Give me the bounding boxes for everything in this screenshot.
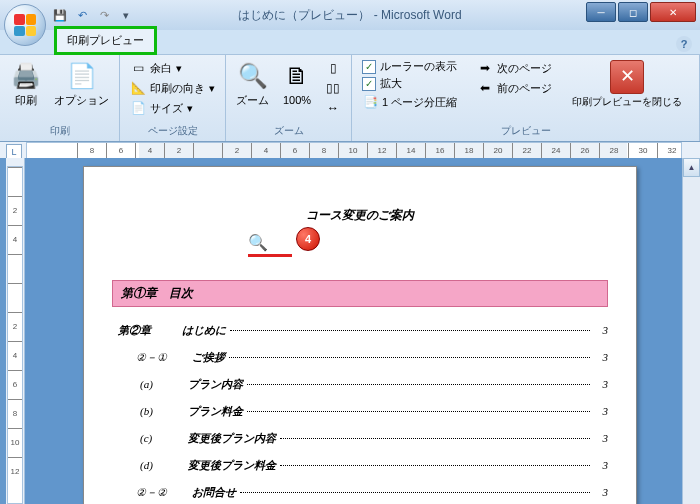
toc-row: 第②章はじめに3 [112, 317, 608, 344]
ribbon: 🖨️ 印刷 📄 オプション 印刷 ▭余白 ▾ 📐印刷の向き ▾ 📄サイズ ▾ ペ… [0, 54, 700, 142]
window-title: はじめに（プレビュー） - Microsoft Word [238, 7, 461, 24]
zoom-100-button[interactable]: 🗎 100% [277, 58, 317, 109]
page-width-button[interactable]: ↔ [321, 98, 345, 118]
maximize-button[interactable]: ◻ [618, 2, 648, 22]
toc-row: ②－①ご挨拶3 [112, 344, 608, 371]
app-window: 💾 ↶ ↷ ▾ はじめに（プレビュー） - Microsoft Word ─ ◻… [0, 0, 700, 504]
close-preview-button[interactable]: ✕ 印刷プレビューを閉じる [568, 58, 686, 110]
toc-row: (b)プラン料金3 [112, 398, 608, 425]
callout: 🔍 4 [248, 233, 292, 257]
toc-row: (a)プラン内容3 [112, 371, 608, 398]
next-icon: ➡ [477, 60, 493, 76]
group-page-label: ページ設定 [126, 122, 219, 138]
callout-line [248, 254, 292, 257]
toc-row: (c)変更後プラン内容3 [112, 425, 608, 452]
close-preview-label: 印刷プレビューを閉じる [572, 96, 682, 108]
shrink-icon: 📑 [362, 94, 378, 110]
page: コース変更のご案内 🔍 4 第①章 目次 第②章はじめに3②－①ご挨拶3(a)プ… [83, 166, 637, 504]
window-controls: ─ ◻ ✕ [586, 2, 696, 22]
two-page-button[interactable]: ▯▯ [321, 78, 345, 98]
zoom-button[interactable]: 🔍 ズーム [232, 58, 273, 109]
document-canvas[interactable]: コース変更のご案内 🔍 4 第①章 目次 第②章はじめに3②－①ご挨拶3(a)プ… [25, 158, 700, 504]
vertical-scrollbar[interactable]: ▲ [682, 158, 700, 504]
two-page-icon: ▯▯ [325, 80, 341, 96]
next-page-button[interactable]: ➡次のページ [473, 58, 556, 78]
printer-icon: 🖨️ [10, 60, 42, 92]
margins-button[interactable]: ▭余白 ▾ [126, 58, 219, 78]
group-zoom: 🔍 ズーム 🗎 100% ▯ ▯▯ ↔ ズーム [226, 55, 352, 141]
one-page-icon: ▯ [325, 60, 341, 76]
document-area: 2424681012 コース変更のご案内 🔍 4 第①章 目次 第②章はじめに3… [0, 158, 700, 504]
shrink-button[interactable]: 📑1 ページ分圧縮 [358, 92, 461, 112]
close-preview-icon: ✕ [610, 60, 644, 94]
vertical-ruler[interactable]: 2424681012 [6, 158, 25, 504]
toc-title: 第①章 目次 [112, 280, 608, 307]
page-icon: 🗎 [281, 60, 313, 92]
doc-heading: コース変更のご案内 [112, 207, 608, 224]
minimize-button[interactable]: ─ [586, 2, 616, 22]
one-page-button[interactable]: ▯ [321, 58, 345, 78]
help-button[interactable]: ? [676, 36, 692, 52]
orientation-icon: 📐 [130, 80, 146, 96]
prev-icon: ⬅ [477, 80, 493, 96]
size-button[interactable]: 📄サイズ ▾ [126, 98, 219, 118]
checkbox-icon: ✓ [362, 77, 376, 91]
save-icon[interactable]: 💾 [52, 7, 68, 23]
group-zoom-label: ズーム [232, 122, 345, 138]
redo-icon[interactable]: ↷ [96, 7, 112, 23]
callout-badge: 4 [296, 227, 320, 251]
quick-access-toolbar: 💾 ↶ ↷ ▾ [52, 7, 134, 23]
zoom-icon: 🔍 [237, 60, 269, 92]
scroll-up-button[interactable]: ▲ [683, 158, 700, 177]
checkbox-icon: ✓ [362, 60, 376, 74]
group-page-setup: ▭余白 ▾ 📐印刷の向き ▾ 📄サイズ ▾ ページ設定 [120, 55, 226, 141]
group-print-label: 印刷 [6, 122, 113, 138]
toc-row: (d)変更後プラン料金3 [112, 452, 608, 479]
print-button[interactable]: 🖨️ 印刷 [6, 58, 46, 109]
qat-more-icon[interactable]: ▾ [118, 7, 134, 23]
print-label: 印刷 [15, 94, 37, 107]
zoom-100-label: 100% [283, 94, 311, 107]
toc-row: ②－②お問合せ3 [112, 479, 608, 504]
size-icon: 📄 [130, 100, 146, 116]
group-preview-label: プレビュー [358, 122, 693, 138]
office-logo-icon [14, 14, 36, 36]
tab-print-preview[interactable]: 印刷プレビュー [54, 26, 157, 55]
toc-list: 第②章はじめに3②－①ご挨拶3(a)プラン内容3(b)プラン料金3(c)変更後プ… [112, 317, 608, 504]
options-button[interactable]: 📄 オプション [50, 58, 113, 109]
options-label: オプション [54, 94, 109, 107]
ribbon-tabs: 印刷プレビュー [0, 30, 700, 54]
margins-icon: ▭ [130, 60, 146, 76]
orientation-button[interactable]: 📐印刷の向き ▾ [126, 78, 219, 98]
ruler-checkbox[interactable]: ✓ルーラーの表示 [358, 58, 461, 75]
magnifier-cursor-icon: 🔍 [248, 234, 268, 251]
group-print: 🖨️ 印刷 📄 オプション 印刷 [0, 55, 120, 141]
group-preview: ✓ルーラーの表示 ✓拡大 📑1 ページ分圧縮 ➡次のページ ⬅前のページ ✕ 印… [352, 55, 700, 141]
undo-icon[interactable]: ↶ [74, 7, 90, 23]
options-icon: 📄 [66, 60, 98, 92]
office-button[interactable] [4, 4, 46, 46]
prev-page-button[interactable]: ⬅前のページ [473, 78, 556, 98]
close-button[interactable]: ✕ [650, 2, 696, 22]
zoom-label: ズーム [236, 94, 269, 107]
page-width-icon: ↔ [325, 100, 341, 116]
magnify-checkbox[interactable]: ✓拡大 [358, 75, 461, 92]
